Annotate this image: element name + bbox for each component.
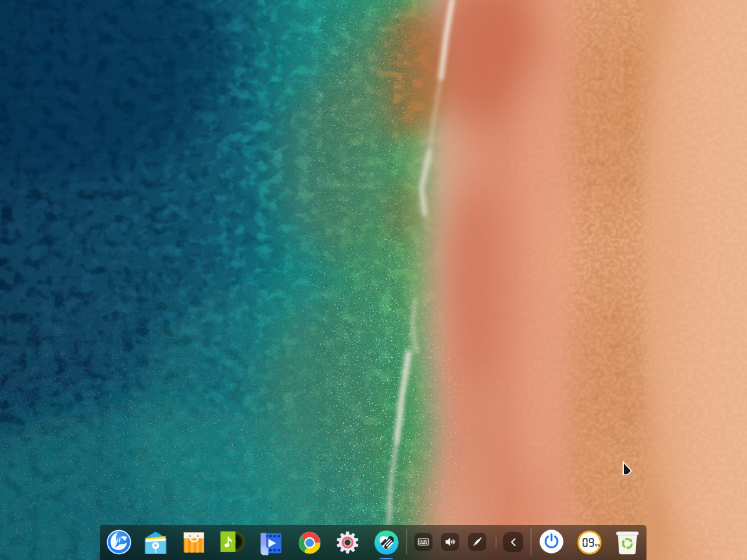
svg-text:ss: ss (595, 542, 600, 548)
